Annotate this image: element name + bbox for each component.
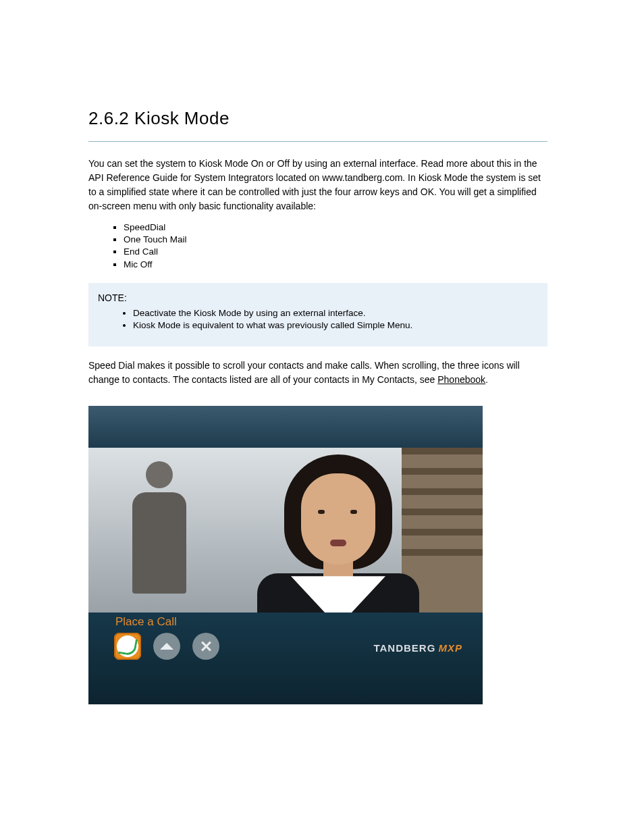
phone-icon bbox=[118, 637, 138, 656]
brand-name: TANDBERG bbox=[373, 642, 435, 654]
heading-rule bbox=[88, 141, 547, 142]
shot-bottom-bar: Place a Call TANDBERG bbox=[88, 613, 483, 704]
brand-label: TANDBERG MXP bbox=[373, 642, 462, 654]
phonebook-link[interactable]: Phonebook bbox=[437, 374, 485, 385]
close-button[interactable] bbox=[192, 633, 219, 660]
followup-paragraph: Speed Dial makes it possible to scroll y… bbox=[88, 359, 520, 387]
action-icons-row bbox=[114, 633, 219, 660]
shot-top-bar bbox=[88, 406, 483, 448]
section-heading: 2.6.2 Kiosk Mode bbox=[88, 108, 547, 129]
video-area bbox=[88, 448, 483, 613]
place-a-call-label: Place a Call bbox=[115, 615, 177, 629]
foreground-person bbox=[250, 454, 426, 613]
document-page: 2.6.2 Kiosk Mode You can set the system … bbox=[0, 0, 644, 834]
kiosk-menu-item: SpeedDial bbox=[124, 221, 547, 234]
note-list: Deactivate the Kiosk Mode by using an ex… bbox=[98, 307, 538, 332]
background-person bbox=[126, 461, 193, 610]
note-callout: NOTE: Deactivate the Kiosk Mode by using… bbox=[88, 283, 547, 346]
ui-screenshot-illustration: Place a Call TANDBERG bbox=[88, 406, 483, 704]
close-icon bbox=[200, 641, 211, 652]
note-item: Kiosk Mode is equivalent to what was pre… bbox=[133, 319, 538, 332]
brand-model: MXP bbox=[438, 642, 462, 654]
content-column: 2.6.2 Kiosk Mode You can set the system … bbox=[88, 108, 547, 704]
note-title: NOTE: bbox=[98, 292, 538, 303]
triangle-icon bbox=[160, 643, 173, 650]
followup-tail: . bbox=[485, 374, 488, 385]
kiosk-menu-item: One Touch Mail bbox=[124, 234, 547, 246]
kiosk-menu-list: SpeedDial One Touch Mail End Call Mic Of… bbox=[88, 221, 547, 271]
place-call-button[interactable] bbox=[114, 633, 141, 660]
kiosk-menu-item: End Call bbox=[124, 246, 547, 258]
kiosk-menu-item: Mic Off bbox=[124, 259, 547, 271]
phone-icon-bg bbox=[117, 635, 138, 657]
intro-paragraph: You can set the system to Kiosk Mode On … bbox=[88, 157, 547, 213]
note-item: Deactivate the Kiosk Mode by using an ex… bbox=[133, 307, 538, 319]
mail-button[interactable] bbox=[153, 633, 180, 660]
